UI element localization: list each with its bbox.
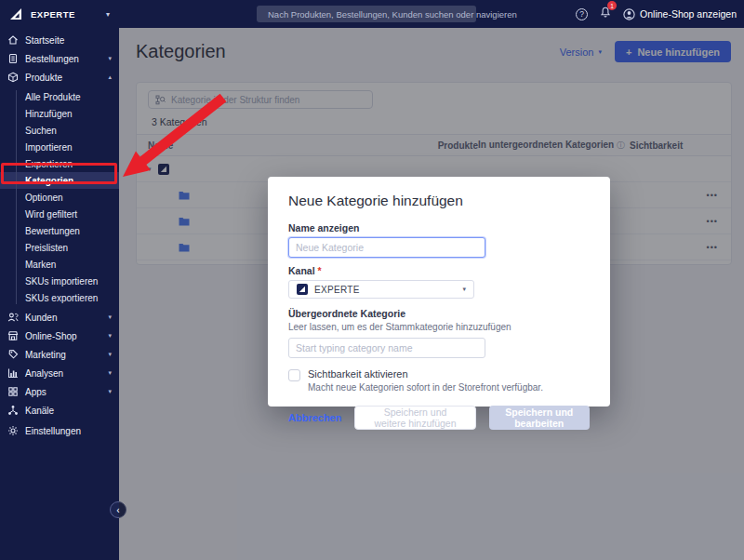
store-switcher[interactable]: EXPERTE ▾ xyxy=(0,7,119,21)
sidebar-item-label: Kategorien xyxy=(25,176,73,186)
bar-chart-icon xyxy=(7,367,19,379)
sidebar-item-skus-importieren[interactable]: SKUs importieren xyxy=(0,273,119,289)
chevron-down-icon: ▾ xyxy=(108,369,112,377)
topbar: EXPERTE ▾ Nach Produkten, Bestellungen, … xyxy=(0,0,744,28)
chevron-down-icon: ▾ xyxy=(462,286,466,293)
sidebar-item-einstellungen[interactable]: Einstellungen xyxy=(0,421,119,440)
sidebar-item-label: Bewertungen xyxy=(25,226,80,236)
sidebar-item-label: SKUs exportieren xyxy=(25,293,98,303)
save-and-add-button[interactable]: Speichern und weitere hinzufügen xyxy=(354,406,475,430)
sidebar-item-label: Alle Produkte xyxy=(25,92,80,102)
storefront-icon xyxy=(7,330,19,341)
help-icon[interactable]: ? xyxy=(576,8,588,20)
view-store-link[interactable]: Online-Shop anzeigen xyxy=(623,8,737,20)
visibility-label: Sichtbarkeit aktivieren xyxy=(308,368,543,380)
sidebar-item-label: Kunden xyxy=(25,313,101,323)
visibility-checkbox[interactable] xyxy=(288,369,300,381)
chevron-down-icon: ▾ xyxy=(108,351,112,358)
chevron-down-icon: ▾ xyxy=(108,332,112,340)
sidebar-item-exportieren[interactable]: Exportieren xyxy=(0,155,119,172)
sidebar-item-bestellungen[interactable]: Bestellungen ▾ xyxy=(0,49,119,68)
sidebar-item-optionen[interactable]: Optionen xyxy=(0,189,119,206)
global-search-placeholder: Nach Produkten, Bestellungen, Kunden suc… xyxy=(268,9,517,20)
gear-icon xyxy=(7,425,19,436)
sidebar-item-alle-produkte[interactable]: Alle Produkte xyxy=(0,88,119,105)
sidebar: Startseite Bestellungen ▾ Produkte ▴ All… xyxy=(0,28,119,560)
sidebar-item-wird-gefiltert[interactable]: Wird gefiltert xyxy=(0,206,119,222)
sidebar-item-suchen[interactable]: Suchen xyxy=(0,122,119,139)
sidebar-item-hinzufuegen[interactable]: Hinzufügen xyxy=(0,105,119,122)
add-category-modal: Neue Kategorie hinzufügen Name anzeigen … xyxy=(268,177,610,407)
sidebar-item-label: Marketing xyxy=(25,350,101,360)
visibility-help-text: Macht neue Kategorien sofort in der Stor… xyxy=(308,382,543,393)
sidebar-item-label: Bestellungen xyxy=(25,54,101,64)
channel-logo-icon xyxy=(297,284,308,295)
chevron-down-icon: ▾ xyxy=(108,313,112,321)
sidebar-item-produkte[interactable]: Produkte ▴ xyxy=(0,68,119,87)
modal-title: Neue Kategorie hinzufügen xyxy=(288,193,590,209)
sidebar-item-kunden[interactable]: Kunden ▾ xyxy=(0,308,119,327)
user-icon xyxy=(623,8,635,20)
channel-select-value: EXPERTE xyxy=(314,285,456,295)
sidebar-item-label: Suchen xyxy=(25,126,57,136)
notification-badge: 1 xyxy=(607,1,617,10)
sidebar-item-label: Kanäle xyxy=(25,406,112,416)
customers-icon xyxy=(7,312,19,323)
view-store-label: Online-Shop anzeigen xyxy=(640,8,737,20)
parent-field-label: Übergeordnete Kategorie xyxy=(288,308,590,319)
parent-category-input[interactable] xyxy=(288,338,485,358)
chevron-down-icon: ▾ xyxy=(108,55,112,62)
sidebar-item-marken[interactable]: Marken xyxy=(0,256,119,273)
sidebar-item-label: Optionen xyxy=(25,193,63,203)
required-asterisk: * xyxy=(318,265,322,276)
orders-icon xyxy=(7,53,19,64)
sidebar-item-kanaele[interactable]: Kanäle xyxy=(0,401,119,420)
help-glyph: ? xyxy=(579,9,584,19)
sidebar-item-apps[interactable]: Apps ▾ xyxy=(0,382,119,401)
sidebar-item-online-shop[interactable]: Online-Shop ▾ xyxy=(0,327,119,345)
global-search-input[interactable]: Nach Produkten, Bestellungen, Kunden suc… xyxy=(257,6,476,22)
sidebar-item-label: Hinzufügen xyxy=(25,109,73,119)
parent-help-text: Leer lassen, um es der Stammkategorie hi… xyxy=(288,322,590,332)
sidebar-item-kategorien[interactable]: Kategorien xyxy=(0,172,119,189)
sidebar-item-label: Exportieren xyxy=(25,159,73,169)
chevron-up-icon: ▴ xyxy=(108,73,112,81)
name-field-label: Name anzeigen xyxy=(288,222,590,233)
sidebar-item-label: Online-Shop xyxy=(25,331,101,341)
cancel-button[interactable]: Abbrechen xyxy=(288,412,341,423)
bigcommerce-logo-icon xyxy=(9,7,23,21)
tag-icon xyxy=(7,349,19,360)
sidebar-item-label: Apps xyxy=(25,387,101,397)
sidebar-item-label: Analysen xyxy=(25,368,101,379)
sidebar-item-label: Produkte xyxy=(25,73,101,83)
sidebar-item-label: Marken xyxy=(25,260,56,270)
channels-icon xyxy=(7,405,19,416)
save-and-edit-button[interactable]: Speichern und bearbeiten xyxy=(489,406,591,430)
chevron-down-icon: ▾ xyxy=(106,10,110,19)
sidebar-item-label: Einstellungen xyxy=(25,426,112,436)
category-name-input[interactable] xyxy=(288,237,485,258)
produkte-submenu: Alle Produkte Hinzufügen Suchen Importie… xyxy=(0,87,119,308)
sidebar-item-analysen[interactable]: Analysen ▾ xyxy=(0,364,119,382)
channel-label-text: Kanal xyxy=(288,265,315,276)
sidebar-item-startseite[interactable]: Startseite xyxy=(0,31,119,49)
sidebar-item-skus-exportieren[interactable]: SKUs exportieren xyxy=(0,289,119,306)
products-icon xyxy=(7,72,19,83)
sidebar-item-marketing[interactable]: Marketing ▾ xyxy=(0,345,119,364)
sidebar-item-bewertungen[interactable]: Bewertungen xyxy=(0,222,119,239)
sidebar-item-label: Wird gefiltert xyxy=(25,209,77,220)
sidebar-item-label: Importieren xyxy=(25,142,73,153)
sidebar-item-preislisten[interactable]: Preislisten xyxy=(0,239,119,256)
chevron-down-icon: ▾ xyxy=(108,388,112,395)
channel-field-label: Kanal * xyxy=(288,265,590,276)
home-icon xyxy=(7,34,19,46)
sidebar-item-label: Startseite xyxy=(25,35,112,46)
sidebar-item-label: SKUs importieren xyxy=(25,276,98,287)
store-name: EXPERTE xyxy=(31,9,99,20)
apps-grid-icon xyxy=(7,386,19,397)
channel-select[interactable]: EXPERTE ▾ xyxy=(288,280,474,299)
notifications-button[interactable]: 1 xyxy=(600,6,611,22)
sidebar-item-label: Preislisten xyxy=(25,243,68,253)
sidebar-item-importieren[interactable]: Importieren xyxy=(0,139,119,155)
